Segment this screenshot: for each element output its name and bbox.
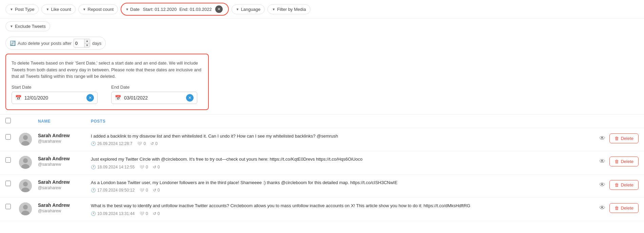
repost-icon: ↺ [153,211,156,216]
post-meta: 🕐 18.09.2024 14:12:55 🤍 0 ↺ 0 [91,165,592,169]
user-handle: @saraharew [38,139,85,144]
auto-delete-input[interactable] [74,41,84,46]
view-button[interactable]: 👁 [598,203,607,213]
user-name: Sarah Andrew [38,156,85,161]
row-checkbox[interactable] [5,204,11,209]
avatar-col [19,156,33,169]
trash-icon: 🗑 [615,136,619,141]
start-date-clear-button[interactable]: ✕ [86,94,94,102]
repost-icon: ↺ [150,141,154,146]
view-button[interactable]: 👁 [598,133,607,143]
auto-delete-spinner[interactable]: ▲ ▼ [74,39,90,48]
posts-col-label: POSTS [91,119,105,124]
avatar [19,133,32,146]
exclude-tweets-filter[interactable]: ▼ Exclude Tweets [5,21,50,31]
delete-label: Delete [621,182,633,187]
name-col: Sarah Andrew @saraharew [38,202,85,213]
exclude-tweets-label: Exclude Tweets [15,24,46,29]
delete-button[interactable]: 🗑 Delete [609,157,639,166]
user-name: Sarah Andrew [38,133,85,138]
post-date: 🕐 18.09.2024 14:12:55 [91,165,135,169]
delete-button[interactable]: 🗑 Delete [609,133,639,143]
filter-media-filter[interactable]: ▼ Filter by Media [267,4,310,14]
clock-icon: 🕐 [91,211,96,216]
start-date-group: Start Date 📅 ✕ [12,85,98,104]
repost-count: ↺ 0 [153,211,160,216]
language-filter[interactable]: ▼ Language [232,4,265,14]
trash-icon: 🗑 [615,182,619,187]
header-name-col: NAME [38,118,85,124]
user-handle: @saraharew [38,185,85,190]
posts-col: As a London base Twitter user, my London… [91,179,592,193]
post-text: As a London base Twitter user, my London… [91,179,592,186]
date-popup-description: To delete Tweets based on their 'Sent Da… [12,60,203,80]
row-checkbox[interactable] [5,181,11,186]
like-count-label: Like count [51,7,71,12]
name-col-label: NAME [38,119,51,124]
chevron-icon: ▼ [10,7,13,11]
repost-count-filter[interactable]: ▼ Repost count [78,4,118,14]
posts-col: Just explored my Twitter Circle with @ci… [91,156,592,169]
table-body: Sarah Andrew @saraharew I added a backli… [0,128,644,221]
header-checkbox-col [5,118,14,124]
heart-icon: 🤍 [139,211,144,216]
post-meta: 🕐 26.09.2024 12:28:7 🤍 0 ↺ 0 [91,141,592,146]
actions-col: 👁 🗑 Delete [598,179,639,190]
repost-count: ↺ 0 [153,165,160,169]
spin-up-button[interactable]: ▲ [84,39,90,43]
row-checkbox[interactable] [5,157,11,163]
table-row: Sarah Andrew @saraharew What is the best… [0,198,644,221]
avatar-col [19,202,33,215]
table-row: Sarah Andrew @saraharew I added a backli… [0,128,644,151]
row-checkbox-col [5,204,14,210]
table-header: NAME POSTS [0,114,644,128]
avatar-col [19,133,33,146]
svg-point-7 [23,182,28,186]
table-row: Sarah Andrew @saraharew Just explored my… [0,151,644,175]
date-label: Date [130,7,139,12]
heart-icon: 🤍 [137,141,142,146]
like-count: 🤍 0 [139,211,148,216]
calendar-icon: 📅 [115,95,121,101]
view-button[interactable]: 👁 [598,157,607,166]
date-end-value: End: 01.03.2022 [179,7,212,12]
sync-icon: 🔄 [10,40,16,46]
actions-col: 👁 🗑 Delete [598,202,639,213]
user-name: Sarah Andrew [38,202,85,208]
end-date-clear-button[interactable]: ✕ [186,94,194,102]
svg-point-4 [23,158,28,163]
clock-icon: 🕐 [91,165,96,169]
delete-label: Delete [621,159,633,164]
svg-point-10 [23,205,28,210]
view-button[interactable]: 👁 [598,180,607,190]
row-checkbox-col [5,157,14,164]
post-type-filter[interactable]: ▼ Post Type [5,4,39,14]
date-clear-button[interactable]: ✕ [215,5,223,13]
start-date-input[interactable] [24,95,84,101]
name-col: Sarah Andrew @saraharew [38,179,85,190]
delete-button[interactable]: 🗑 Delete [609,180,639,190]
spin-down-button[interactable]: ▼ [84,43,90,48]
date-filter[interactable]: ▼ Date Start: 01.12.2020 End: 01.03.2022… [121,3,229,16]
user-handle: @saraharew [38,162,85,167]
date-popup: To delete Tweets based on their 'Sent Da… [5,54,209,110]
post-meta: 🕐 10.09.2024 13:31:44 🤍 0 ↺ 0 [91,211,592,216]
like-count: 🤍 0 [139,165,148,169]
avatar [19,156,32,169]
table-row: Sarah Andrew @saraharew As a London base… [0,175,644,198]
posts-col: What is the best way to identify and unf… [91,202,592,216]
like-count-filter[interactable]: ▼ Like count [41,4,75,14]
post-text: I added a backlink to my disavow list an… [91,133,592,140]
select-all-checkbox[interactable] [5,118,11,123]
delete-label: Delete [621,205,633,211]
repost-icon: ↺ [153,188,156,193]
clock-icon: 🕐 [91,141,96,146]
row-checkbox[interactable] [5,134,11,140]
avatar-col [19,179,33,192]
end-date-input[interactable] [124,95,183,101]
row-checkbox-col [5,181,14,187]
user-name: Sarah Andrew [38,179,85,185]
delete-button[interactable]: 🗑 Delete [609,203,639,213]
avatar [19,202,32,215]
post-date: 🕐 17.09.2024 09:50:12 [91,188,135,193]
